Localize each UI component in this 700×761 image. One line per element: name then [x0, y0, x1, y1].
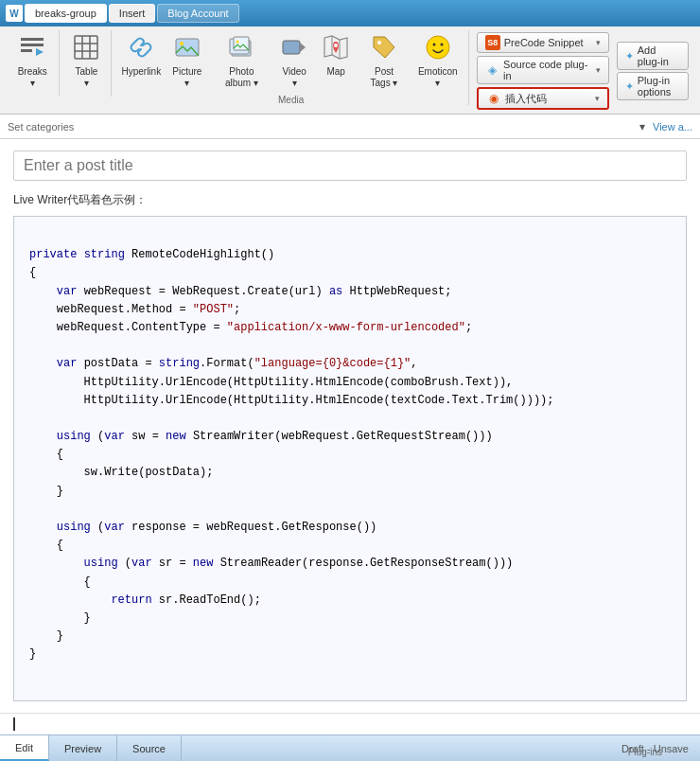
- main-content: Live Writer代码着色示例： private string Remote…: [0, 139, 700, 713]
- breaks-label: Breaks ▾: [17, 66, 47, 89]
- svg-point-14: [236, 41, 239, 44]
- svg-rect-4: [75, 36, 97, 59]
- addplugin-label: Add plug-in: [638, 44, 680, 67]
- svg-rect-1: [21, 44, 44, 46]
- posttags-label: Post Tags ▾: [364, 66, 404, 89]
- view-link[interactable]: View a...: [653, 121, 692, 133]
- posttags-button[interactable]: Post Tags ▾: [359, 30, 410, 93]
- addplugin-button[interactable]: ✦ Add plug-in: [617, 42, 689, 70]
- tab-blogaccount[interactable]: Blog Account: [157, 4, 238, 23]
- photoalbum-label: Photo album ▾: [218, 66, 267, 89]
- code-line: }: [29, 646, 671, 664]
- categories-label: Set categories: [8, 121, 74, 133]
- precode-icon: S8: [485, 35, 500, 50]
- pluginoptions-button[interactable]: ✦ Plug-in options: [617, 72, 689, 100]
- tab-home[interactable]: breaks-group: [25, 4, 107, 23]
- media-group-label: Media: [278, 95, 304, 105]
- svg-point-10: [180, 42, 184, 45]
- photoalbum-icon: [228, 34, 254, 64]
- svg-rect-2: [21, 49, 32, 52]
- svg-rect-0: [21, 38, 44, 41]
- tab-preview[interactable]: Preview: [49, 735, 117, 761]
- code-line: {: [29, 264, 671, 282]
- code-line: using (var sr = new StreamReader(respons…: [29, 555, 671, 573]
- status-bar: Edit Preview Source Draft - Unsave: [0, 734, 700, 761]
- picture-button[interactable]: Picture ▾: [166, 30, 207, 93]
- code-line: [29, 228, 671, 246]
- ribbon-content: Breaks ▾ Table ▾: [0, 27, 700, 114]
- code-line: }: [29, 610, 671, 628]
- insertcode-label: 插入代码: [505, 92, 547, 106]
- emoticon-icon: [425, 34, 451, 64]
- tab-source[interactable]: Source: [117, 735, 182, 761]
- emoticon-button[interactable]: Emoticon ▾: [413, 30, 463, 93]
- ribbon-group-table: Table ▾: [61, 30, 112, 97]
- pluginoptions-label: Plug-in options: [638, 75, 680, 97]
- app-icon: W: [6, 5, 23, 22]
- table-icon: [73, 34, 99, 64]
- post-title-input[interactable]: [13, 150, 687, 181]
- categories-bar: Set categories ▾ View a...: [0, 115, 700, 139]
- addplugin-icon: ✦: [625, 50, 634, 62]
- cursor-area: [0, 713, 700, 734]
- svg-point-24: [440, 44, 443, 46]
- sourcecode-icon: ◈: [485, 62, 499, 78]
- hyperlink-icon: [128, 34, 154, 64]
- svg-rect-9: [176, 39, 199, 56]
- map-button[interactable]: Map: [317, 30, 355, 81]
- code-line: [29, 337, 671, 355]
- code-line: using (var response = webRequest.GetResp…: [29, 519, 671, 537]
- code-line: {: [29, 446, 671, 464]
- map-label: Map: [326, 66, 344, 78]
- title-bar: W breaks-group Insert Blog Account: [0, 0, 700, 27]
- video-label: Video ▾: [281, 66, 307, 89]
- plugins-group-label: Plug-ins: [628, 747, 662, 757]
- plugin-side-buttons: ✦ Add plug-in ✦ Plug-in options: [617, 40, 689, 100]
- code-line: }: [29, 628, 671, 646]
- breaks-icon: [19, 34, 45, 64]
- code-line: HttpUtility.UrlEncode(HttpUtility.HtmlEn…: [29, 392, 671, 410]
- photoalbum-button[interactable]: Photo album ▾: [212, 30, 272, 93]
- hyperlink-label: Hyperlink: [121, 66, 161, 78]
- insertcode-button[interactable]: ◉ 插入代码 ▾: [477, 87, 609, 110]
- code-line: [29, 501, 671, 519]
- video-button[interactable]: Video ▾: [275, 30, 313, 93]
- picture-label: Picture ▾: [172, 66, 201, 89]
- code-container: private string RemoteCodeHighlight() { v…: [13, 216, 687, 701]
- sourcecode-label: Source code plug-in: [503, 59, 592, 81]
- code-line: private string RemoteCodeHighlight(): [29, 246, 671, 264]
- code-line: {: [29, 574, 671, 592]
- emoticon-label: Emoticon ▾: [418, 66, 458, 89]
- code-line: }: [29, 483, 671, 501]
- code-line: return sr.ReadToEnd();: [29, 592, 671, 610]
- code-line: var webRequest = WebRequest.Create(url) …: [29, 283, 671, 301]
- posttags-icon: [371, 34, 397, 64]
- code-line: var postData = string.Format("language={…: [29, 355, 671, 373]
- table-label: Table ▾: [73, 66, 99, 89]
- code-line: using (var sw = new StreamWriter(webRequ…: [29, 428, 671, 446]
- ribbon-group-plugins: S8 PreCode Snippet ▾ ◈ Source code plug-…: [471, 30, 694, 110]
- code-line: webRequest.ContentType = "application/x-…: [29, 319, 671, 337]
- code-line: [29, 410, 671, 428]
- table-button[interactable]: Table ▾: [67, 30, 105, 93]
- pluginoptions-icon: ✦: [625, 80, 634, 93]
- ribbon-group-breaks: Breaks ▾: [6, 30, 60, 97]
- picture-icon: [174, 34, 201, 64]
- code-line: sw.Write(postData);: [29, 464, 671, 482]
- breaks-button[interactable]: Breaks ▾: [11, 30, 53, 93]
- insertcode-icon: ◉: [486, 91, 501, 106]
- ribbon: Breaks ▾ Table ▾: [0, 27, 700, 115]
- svg-rect-15: [283, 41, 300, 54]
- svg-point-23: [432, 44, 435, 46]
- dropdown-icon[interactable]: ▾: [639, 120, 645, 133]
- insertcode-arrow: ▾: [595, 94, 600, 103]
- svg-point-20: [334, 44, 338, 47]
- tab-edit[interactable]: Edit: [0, 735, 49, 761]
- precode-label: PreCode Snippet: [504, 37, 584, 48]
- sourcecode-button[interactable]: ◈ Source code plug-in ▾: [477, 56, 609, 84]
- hyperlink-button[interactable]: Hyperlink: [119, 30, 163, 81]
- description-text: Live Writer代码着色示例：: [13, 192, 687, 208]
- precode-button[interactable]: S8 PreCode Snippet ▾: [477, 32, 609, 53]
- code-line: HttpUtility.UrlEncode(HttpUtility.HtmlEn…: [29, 374, 671, 392]
- tab-insert[interactable]: Insert: [109, 4, 156, 23]
